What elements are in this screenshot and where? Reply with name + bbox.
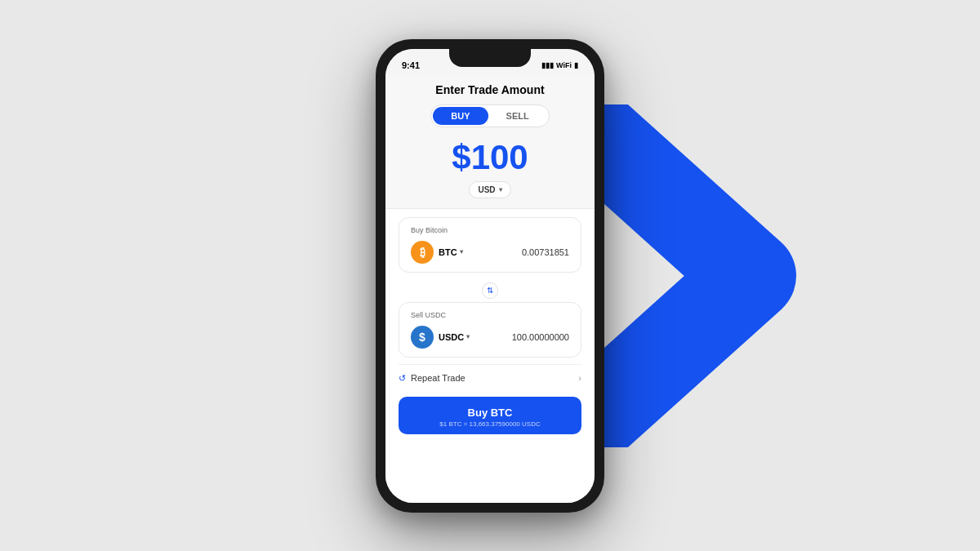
amount-display[interactable]: $100 [399, 140, 581, 175]
sell-usdc-section: Sell USDC $ USDC ▾ 100.00000000 [399, 302, 581, 358]
repeat-chevron-icon: › [578, 373, 581, 383]
buy-bitcoin-section: Buy Bitcoin ₿ BTC ▾ 0.00731851 [399, 217, 581, 273]
usdc-coin-left: $ USDC ▾ [411, 326, 470, 349]
sell-tab[interactable]: SELL [488, 107, 547, 125]
buy-bitcoin-label: Buy Bitcoin [411, 226, 569, 234]
phone-frame: 9:41 ▮▮▮ WiFi ▮ Enter Trade Amount BUY S… [376, 39, 604, 513]
currency-label: USD [478, 185, 495, 194]
btc-coin-left: ₿ BTC ▾ [411, 241, 463, 264]
phone-mockup: 9:41 ▮▮▮ WiFi ▮ Enter Trade Amount BUY S… [376, 39, 604, 513]
signal-icon: ▮▮▮ [541, 61, 554, 69]
usdc-name-selector[interactable]: USDC ▾ [439, 332, 470, 342]
currency-selector[interactable]: USD ▾ [469, 181, 510, 198]
wifi-icon: WiFi [556, 61, 572, 69]
sell-usdc-label: Sell USDC [411, 311, 569, 319]
repeat-left: ↺ Repeat Trade [399, 373, 466, 384]
btc-amount: 0.00731851 [522, 247, 569, 257]
swap-icon: ⇅ [482, 282, 498, 299]
usdc-label: USDC [439, 332, 464, 342]
swap-arrow[interactable]: ⇅ [399, 279, 581, 302]
status-icons: ▮▮▮ WiFi ▮ [541, 61, 578, 69]
btc-name-selector[interactable]: BTC ▾ [439, 247, 463, 257]
header-section: Enter Trade Amount BUY SELL [385, 75, 595, 127]
buy-tab[interactable]: BUY [433, 107, 488, 125]
btc-chevron-icon: ▾ [460, 248, 463, 256]
btc-label: BTC [439, 247, 457, 257]
phone-screen: 9:41 ▮▮▮ WiFi ▮ Enter Trade Amount BUY S… [385, 49, 595, 503]
phone-notch [449, 49, 531, 67]
buy-button-sub-label: $1 BTC = 13,663.37590000 USDC [412, 420, 568, 428]
repeat-trade-row[interactable]: ↺ Repeat Trade › [399, 364, 581, 392]
usdc-chevron-icon: ▾ [466, 333, 470, 340]
btc-icon: ₿ [411, 241, 434, 264]
usdc-amount: 100.00000000 [512, 332, 569, 342]
page-title: Enter Trade Amount [399, 83, 581, 96]
sell-trade-row: $ USDC ▾ 100.00000000 [411, 326, 569, 349]
amount-section: $100 USD ▾ [385, 127, 595, 209]
repeat-icon: ↺ [399, 373, 406, 384]
repeat-trade-label: Repeat Trade [411, 373, 466, 383]
status-time: 9:41 [402, 60, 420, 70]
buy-button-main-label: Buy BTC [412, 407, 568, 419]
trade-details: Buy Bitcoin ₿ BTC ▾ 0.00731851 [385, 209, 595, 503]
usdc-icon: $ [411, 326, 434, 349]
battery-icon: ▮ [574, 61, 578, 69]
buy-btc-button[interactable]: Buy BTC $1 BTC = 13,663.37590000 USDC [399, 397, 581, 434]
buy-sell-toggle: BUY SELL [430, 104, 549, 127]
currency-chevron-icon: ▾ [499, 186, 502, 193]
buy-trade-row: ₿ BTC ▾ 0.00731851 [411, 241, 569, 264]
